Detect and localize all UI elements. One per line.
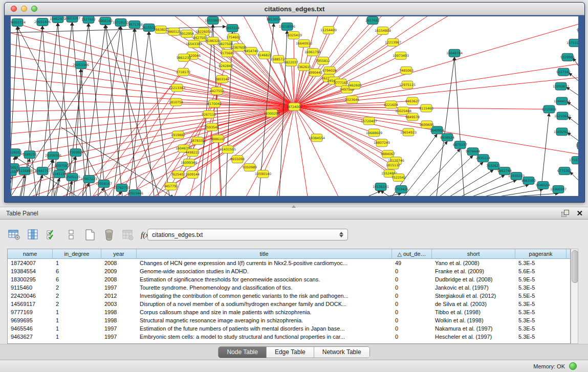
table-row[interactable]: 2242004622012Investigating the contribut… (8, 292, 570, 300)
graph-node[interactable]: 8186328 (206, 37, 220, 45)
graph-node[interactable]: 1810754 (169, 98, 183, 106)
table-row[interactable]: 946554611997Estimation of the future num… (8, 324, 570, 333)
graph-node[interactable]: 1216042 (576, 142, 578, 149)
graph-node[interactable]: 12442757 (34, 167, 51, 175)
network-canvas[interactable]: 1405572420691406104629721065328715276026… (11, 16, 578, 196)
graph-node[interactable]: 7625402 (171, 171, 185, 179)
graph-node[interactable]: 7857224 (225, 24, 239, 32)
graph-node[interactable]: 2803144 (215, 75, 229, 83)
graph-node[interactable]: 7462605 (347, 81, 362, 89)
graph-node[interactable]: 7522542 (391, 174, 406, 182)
new-table-icon[interactable] (83, 228, 97, 242)
graph-node[interactable]: 8663390 (521, 177, 536, 185)
graph-node[interactable]: 1609144 (185, 171, 200, 179)
graph-node[interactable]: 6966160 (98, 17, 113, 25)
graph-node[interactable]: 8427552 (210, 87, 224, 95)
graph-node[interactable]: 9350989 (243, 164, 257, 171)
column-header-pagerank[interactable]: pagerank (515, 249, 567, 258)
black-edge[interactable] (404, 141, 447, 196)
row-height-icon[interactable] (64, 228, 78, 242)
black-edge[interactable] (440, 162, 483, 196)
black-edge[interactable] (485, 185, 529, 196)
graph-node[interactable]: 18300295 (264, 110, 280, 117)
graph-node[interactable]: 20691406 (34, 18, 51, 26)
graph-node[interactable]: 8170042 (207, 100, 222, 107)
graph-node[interactable]: 1362615 (297, 63, 311, 71)
graph-node[interactable]: 9242848 (219, 62, 233, 70)
graph-node[interactable]: 2626052 (11, 149, 22, 157)
graph-node[interactable]: 9146821 (257, 51, 272, 59)
graph-node[interactable]: 18325419 (286, 31, 302, 39)
graph-node[interactable]: 12093872 (553, 82, 569, 90)
delete-table-icon[interactable] (102, 228, 116, 242)
graph-node[interactable]: 12444154 (554, 97, 570, 105)
graph-node[interactable]: 10688609 (366, 129, 382, 137)
graph-node[interactable]: 11254409 (320, 26, 337, 34)
table-row[interactable]: 969969511998Structural magnetic resonanc… (8, 316, 570, 324)
black-edge[interactable] (568, 102, 578, 111)
graph-node[interactable]: 5878331 (190, 137, 205, 145)
graph-node[interactable]: 9457791 (164, 183, 178, 190)
graph-node[interactable]: 10653287 (64, 16, 80, 22)
graph-node[interactable]: 2023644 (345, 96, 359, 103)
window-titlebar[interactable]: citations_edges.txt (5, 3, 584, 15)
graph-node[interactable]: 9849578 (405, 113, 420, 121)
graph-node[interactable]: 2935114 (476, 155, 490, 162)
graph-node[interactable]: 17103504 (569, 157, 578, 164)
graph-node[interactable]: 10958167 (96, 180, 112, 188)
graph-node[interactable]: 11431505 (220, 146, 236, 154)
graph-node[interactable]: 18807249 (374, 139, 390, 147)
black-edge[interactable] (72, 23, 86, 196)
graph-node[interactable]: 8655098 (230, 156, 245, 163)
graph-node[interactable]: 9861233 (177, 54, 191, 61)
black-edge[interactable] (135, 29, 154, 196)
graph-node[interactable]: 17359924 (68, 149, 84, 157)
table-row[interactable]: 1456911722003Disruption of a novel membe… (8, 300, 570, 308)
column-header-title[interactable]: title (137, 249, 392, 258)
graph-node[interactable]: 1815132 (386, 162, 400, 169)
graph-node[interactable]: 9463627 (405, 97, 420, 105)
graph-node[interactable]: 12975115 (399, 81, 416, 89)
black-edge[interactable] (568, 117, 578, 125)
black-edge[interactable] (29, 160, 53, 196)
graph-node[interactable]: 26053346 (73, 61, 89, 69)
graph-node[interactable]: 12505135 (64, 173, 80, 181)
delete-table-disabled-icon[interactable] (121, 228, 135, 242)
graph-node[interactable]: 16210643 (554, 112, 571, 120)
graph-node[interactable]: 19384554 (309, 134, 325, 142)
graph-node[interactable]: 9860125 (167, 28, 181, 35)
graph-node[interactable]: 16648784 (446, 49, 463, 57)
graph-node[interactable]: 6794028 (322, 67, 337, 74)
black-edge[interactable] (570, 172, 578, 181)
network-graph[interactable]: 1405572420691406104629721065328715276026… (11, 16, 578, 196)
graph-node[interactable]: 8215958 (542, 105, 556, 113)
graph-node[interactable]: 12923446 (127, 190, 143, 196)
red-edge[interactable] (11, 100, 294, 107)
graph-node[interactable]: 8938924 (440, 134, 454, 141)
red-edge[interactable] (11, 106, 294, 190)
column-header-short[interactable]: short (432, 249, 515, 258)
black-edge[interactable] (573, 58, 578, 67)
graph-node[interactable]: 14055724 (11, 18, 26, 26)
show-columns-icon[interactable] (26, 228, 40, 242)
graph-node[interactable]: 9267110 (202, 111, 216, 118)
black-edge[interactable] (368, 191, 381, 196)
black-edge[interactable] (567, 87, 578, 96)
graph-node[interactable]: 19654923 (400, 128, 417, 136)
graph-node[interactable]: 9621884 (577, 26, 578, 34)
black-edge[interactable] (568, 133, 578, 141)
graph-node[interactable]: 8990445 (308, 69, 322, 76)
graph-node[interactable]: 1589291 (23, 151, 37, 159)
float-panel-icon[interactable] (561, 210, 569, 216)
graph-node[interactable]: 9175685 (220, 49, 234, 57)
graph-node[interactable]: 9115460 (419, 104, 433, 112)
graph-node[interactable]: 9227342 (556, 68, 571, 76)
graph-node[interactable]: 9329966 (560, 53, 575, 61)
table-row[interactable]: 1938455462009Genome-wide association stu… (8, 267, 570, 275)
red-edge[interactable] (246, 106, 294, 196)
black-edge[interactable] (472, 180, 516, 196)
tab-edge-table[interactable]: Edge Table (267, 347, 314, 358)
graph-node[interactable]: 7593548 (205, 123, 219, 131)
red-edge[interactable] (294, 24, 578, 107)
black-edge[interactable] (514, 193, 558, 196)
